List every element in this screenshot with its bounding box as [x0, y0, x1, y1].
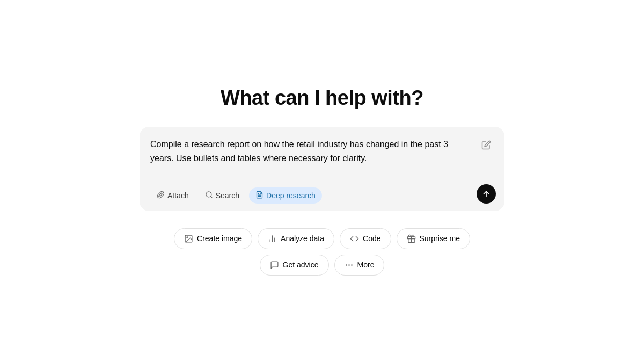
- svg-point-14: [346, 265, 346, 265]
- main-container: What can I help with? Attach: [129, 86, 515, 276]
- code-chip[interactable]: Code: [340, 228, 391, 249]
- code-icon: [350, 234, 359, 243]
- svg-line-1: [210, 196, 212, 198]
- svg-point-12: [348, 265, 349, 265]
- deep-research-label: Deep research: [266, 191, 316, 200]
- send-button[interactable]: [477, 184, 496, 204]
- search-label: Search: [216, 191, 239, 200]
- analyze-data-chip[interactable]: Analyze data: [258, 228, 334, 249]
- search-icon: [205, 191, 213, 200]
- attach-label: Attach: [167, 191, 189, 200]
- input-toolbar: Attach Search: [150, 187, 494, 204]
- input-card: Attach Search: [140, 127, 504, 211]
- code-label: Code: [363, 234, 380, 243]
- more-label: More: [357, 260, 375, 269]
- analyze-data-icon: [268, 234, 277, 243]
- analyze-data-label: Analyze data: [281, 234, 324, 243]
- get-advice-chip[interactable]: Get advice: [260, 255, 329, 276]
- deep-research-button[interactable]: Deep research: [249, 187, 322, 204]
- search-button[interactable]: Search: [199, 187, 246, 204]
- attach-button[interactable]: Attach: [150, 187, 195, 204]
- create-image-chip[interactable]: Create image: [174, 228, 252, 249]
- more-icon: [345, 260, 354, 270]
- main-input[interactable]: [150, 137, 494, 179]
- surprise-me-chip[interactable]: Surprise me: [397, 228, 470, 249]
- svg-point-13: [351, 265, 352, 265]
- surprise-me-label: Surprise me: [420, 234, 460, 243]
- get-advice-icon: [270, 260, 279, 270]
- action-chips: Create image Analyze data Code: [140, 228, 504, 276]
- deep-research-icon: [255, 191, 264, 200]
- svg-point-6: [187, 237, 188, 238]
- page-heading: What can I help with?: [221, 86, 423, 110]
- edit-icon[interactable]: [479, 137, 494, 153]
- more-chip[interactable]: More: [334, 255, 385, 276]
- attach-icon: [157, 191, 165, 200]
- create-image-label: Create image: [197, 234, 242, 243]
- get-advice-label: Get advice: [283, 260, 319, 269]
- create-image-icon: [184, 234, 193, 243]
- surprise-me-icon: [407, 234, 416, 243]
